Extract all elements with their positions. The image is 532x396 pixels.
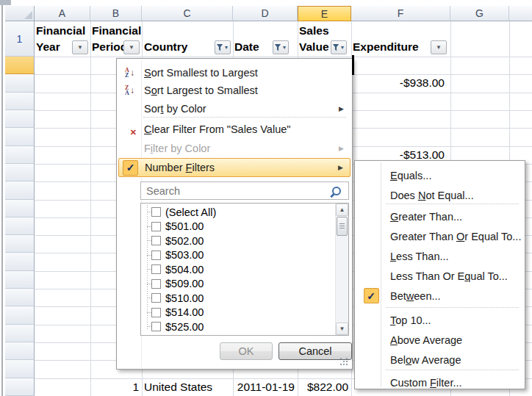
list-scrollbar[interactable]: ▲ ▼	[335, 204, 348, 335]
cell-financial-year[interactable]	[35, 325, 87, 342]
submenu-item-greater-than-or-equal[interactable]: Greater Than Or Equal To...	[356, 226, 523, 246]
row-header[interactable]	[5, 235, 35, 253]
row-header[interactable]	[5, 164, 35, 181]
menu-item-number-filters[interactable]: ✓ Number Filters ▶	[118, 158, 351, 177]
cell-financial-year[interactable]	[35, 253, 87, 270]
column-header-b[interactable]: B	[90, 6, 142, 21]
search-input[interactable]: Search	[140, 181, 349, 200]
filter-value-row[interactable]: $501.00	[141, 220, 336, 234]
cell-financial-year[interactable]	[35, 181, 87, 199]
checkbox[interactable]	[151, 264, 161, 274]
row-header[interactable]	[5, 306, 35, 324]
row-header[interactable]	[5, 200, 35, 217]
resize-grip[interactable]	[340, 358, 349, 367]
checkbox[interactable]	[151, 308, 161, 317]
cell-financial-year[interactable]	[35, 93, 87, 110]
filter-value-row[interactable]: $509.00	[141, 277, 336, 292]
column-header-f[interactable]: F	[351, 6, 450, 21]
column-header-c[interactable]: C	[142, 6, 233, 21]
submenu-item-custom-filter[interactable]: Custom Filter...	[356, 372, 523, 392]
cell-financial-year[interactable]	[35, 306, 87, 324]
menu-item-sort-by-color[interactable]: Sort by Color ▶	[118, 100, 351, 118]
menu-item-sort-smallest-to-largest[interactable]: AZ↓ Sort Smallest to Largest	[118, 64, 351, 82]
row-header[interactable]	[5, 217, 35, 235]
cell-financial-year[interactable]	[35, 289, 87, 306]
row-header[interactable]	[5, 93, 35, 110]
scroll-down-button[interactable]: ▼	[336, 323, 348, 335]
filter-active-button-sales-value[interactable]: ▼	[331, 40, 347, 54]
submenu-item-does-not-equal[interactable]: Does Not Equal...	[356, 185, 523, 205]
row-header[interactable]	[5, 378, 35, 396]
row-header[interactable]	[5, 289, 35, 306]
row-header[interactable]	[5, 74, 35, 92]
submenu-item-top-10[interactable]: Top 10...	[356, 310, 523, 330]
filter-value-row[interactable]	[141, 334, 336, 336]
filter-value-row[interactable]: $510.00	[141, 291, 336, 306]
submenu-item-below-average[interactable]: Below Average	[356, 350, 523, 370]
submenu-item-between[interactable]: ✓Between...	[356, 286, 523, 306]
checkbox[interactable]	[151, 279, 161, 289]
row-header[interactable]	[5, 57, 35, 74]
header-country[interactable]: Country	[144, 39, 187, 55]
cell-financial-year[interactable]	[35, 235, 87, 253]
menu-item-sort-largest-to-smallest[interactable]: ZA↓ Sort Largest to Smallest	[118, 82, 351, 99]
select-all-corner[interactable]	[5, 6, 35, 21]
filter-value-row[interactable]: $504.00	[141, 262, 336, 277]
checkbox[interactable]	[151, 207, 161, 217]
header-date[interactable]: Date	[234, 39, 259, 55]
filter-value-row[interactable]: (Select All)	[141, 205, 336, 220]
cell-financial-year[interactable]	[35, 217, 87, 235]
filter-value-row[interactable]: $502.00	[141, 234, 336, 248]
cell-financial-year[interactable]	[35, 342, 87, 360]
scroll-up-button[interactable]: ▲	[336, 204, 348, 216]
checkbox[interactable]	[151, 222, 161, 231]
row-header-1[interactable]: 1	[5, 21, 35, 57]
header-expenditure[interactable]: Expenditure	[353, 39, 419, 55]
cell-financial-year[interactable]	[35, 378, 87, 396]
cell-financial-year[interactable]	[35, 360, 87, 378]
submenu-item-greater-than[interactable]: Greater Than...	[356, 206, 523, 226]
menu-item-clear-filter[interactable]: ✕ Clear Filter From "Sales Value"	[118, 120, 351, 138]
row-header[interactable]	[5, 128, 35, 145]
cell-c20[interactable]: United States	[144, 378, 232, 396]
checkbox[interactable]	[151, 251, 161, 260]
filter-value-row[interactable]: $525.00	[141, 320, 336, 334]
filter-value-row[interactable]: $503.00	[141, 248, 336, 263]
row-header[interactable]	[5, 181, 35, 199]
row-header[interactable]	[5, 110, 35, 128]
cell-f3[interactable]: -$938.00	[351, 74, 445, 92]
filter-dropdown-button-expenditure[interactable]: ▼	[431, 40, 447, 54]
submenu-item-equals[interactable]: Equals...	[356, 165, 523, 185]
row-header[interactable]	[5, 271, 35, 289]
filter-active-button-date[interactable]: ▼	[273, 40, 289, 54]
cell-b20[interactable]: 1	[90, 378, 139, 396]
cell-financial-year[interactable]	[35, 110, 87, 128]
submenu-item-above-average[interactable]: Above Average	[356, 330, 523, 350]
row-header[interactable]	[5, 146, 35, 164]
column-header-d[interactable]: D	[233, 6, 298, 21]
filter-dropdown-button-financial-year[interactable]: ▼	[72, 40, 88, 54]
cell-financial-year[interactable]	[35, 74, 87, 92]
checkbox[interactable]	[151, 236, 161, 245]
cell-financial-year[interactable]	[35, 164, 87, 181]
submenu-item-less-than[interactable]: Less Than...	[356, 246, 523, 266]
search-icon[interactable]	[332, 187, 341, 195]
row-header[interactable]	[5, 253, 35, 270]
filter-active-button-country[interactable]: ▼	[215, 40, 231, 54]
row-header[interactable]	[5, 360, 35, 378]
cell-e20[interactable]: $822.00	[298, 378, 348, 396]
cell-financial-year[interactable]	[35, 200, 87, 217]
column-header-g[interactable]: G	[450, 6, 509, 21]
column-header-a[interactable]: A	[35, 6, 90, 21]
checkbox[interactable]	[151, 322, 161, 331]
cell-financial-year[interactable]	[35, 128, 87, 145]
column-header-e-selected[interactable]: E	[298, 6, 351, 21]
scrollbar-thumb[interactable]	[337, 217, 348, 236]
column-header-partial[interactable]	[509, 6, 532, 21]
filter-dropdown-button-financial-period[interactable]: ▼	[123, 40, 140, 54]
submenu-item-less-than-or-equal[interactable]: Less Than Or Equal To...	[356, 266, 523, 286]
checkbox[interactable]	[151, 293, 161, 303]
cell-d20[interactable]: 2011-01-19	[233, 378, 295, 396]
row-header[interactable]	[5, 325, 35, 342]
cell-financial-year[interactable]	[35, 271, 87, 289]
